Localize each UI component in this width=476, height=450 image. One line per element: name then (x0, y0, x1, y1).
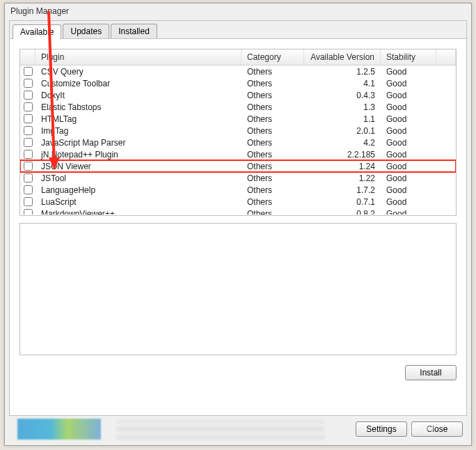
close-button[interactable]: Close (411, 421, 463, 437)
plugin-version: 4.1 (304, 79, 381, 88)
col-category[interactable]: Category (241, 49, 304, 65)
plugin-name: DoxyIt (35, 91, 241, 100)
plugin-stability: Good (381, 138, 436, 148)
plugin-list: Plugin Category Available Version Stabil… (19, 49, 457, 216)
list-body[interactable]: CSV QueryOthers1.2.5GoodCustomize Toolba… (20, 65, 456, 215)
settings-button[interactable]: Settings (356, 421, 407, 437)
plugin-stability: Good (381, 162, 436, 171)
col-stability[interactable]: Stability (381, 49, 436, 65)
col-spacer (436, 49, 456, 65)
plugin-category: Others (241, 209, 304, 215)
plugin-name: jN Notepad++ Plugin (35, 150, 241, 160)
plugin-checkbox[interactable] (24, 114, 33, 123)
plugin-version: 2.2.185 (304, 150, 381, 160)
table-row[interactable]: jN Notepad++ PluginOthers2.2.185Good (20, 148, 456, 160)
logo-blur (17, 419, 101, 440)
plugin-category: Others (241, 150, 304, 160)
table-row[interactable]: Elastic TabstopsOthers1.3Good (20, 101, 456, 113)
plugin-category: Others (241, 126, 304, 136)
table-row[interactable]: JSON ViewerOthers1.24Good (20, 160, 456, 172)
plugin-version: 4.2 (304, 138, 381, 148)
table-row[interactable]: Customize ToolbarOthers4.1Good (20, 77, 456, 89)
plugin-version: 2.0.1 (304, 126, 381, 136)
plugin-name: ImgTag (35, 126, 241, 136)
table-row[interactable]: JSToolOthers1.22Good (20, 172, 456, 184)
plugin-stability: Good (381, 197, 436, 207)
plugin-stability: Good (381, 209, 436, 215)
plugin-version: 1.2.5 (304, 67, 381, 77)
plugin-name: HTMLTag (35, 114, 241, 124)
plugin-name: LuaScript (35, 197, 241, 207)
plugin-version: 1.22 (304, 173, 381, 183)
plugin-checkbox[interactable] (24, 162, 33, 171)
plugin-stability: Good (381, 173, 436, 183)
plugin-name: MarkdownViewer++ (35, 209, 241, 215)
plugin-category: Others (241, 67, 304, 77)
client-area: Available Updates Installed Plugin Categ… (9, 20, 467, 416)
plugin-version: 1.24 (304, 162, 381, 171)
plugin-name: JavaScript Map Parser (35, 138, 241, 148)
tab-strip: Available Updates Installed (10, 21, 466, 39)
plugin-stability: Good (381, 185, 436, 195)
plugin-checkbox[interactable] (24, 126, 33, 135)
plugin-name: JSON Viewer (35, 162, 241, 171)
plugin-checkbox[interactable] (24, 173, 33, 183)
plugin-name: JSTool (35, 173, 241, 183)
plugin-version: 0.8.2 (304, 209, 381, 215)
plugin-checkbox[interactable] (24, 138, 33, 147)
description-panel (19, 223, 457, 355)
table-row[interactable]: MarkdownViewer++Others0.8.2Good (20, 208, 456, 215)
table-row[interactable]: ImgTagOthers2.0.1Good (20, 125, 456, 137)
plugin-checkbox[interactable] (24, 102, 33, 111)
table-row[interactable]: HTMLTagOthers1.1Good (20, 113, 456, 125)
plugin-stability: Good (381, 150, 436, 160)
plugin-checkbox[interactable] (24, 79, 33, 88)
table-row[interactable]: DoxyItOthers0.4.3Good (20, 89, 456, 101)
plugin-category: Others (241, 138, 304, 148)
plugin-checkbox[interactable] (24, 197, 33, 206)
plugin-category: Others (241, 91, 304, 100)
plugin-stability: Good (381, 114, 436, 124)
text-blur (116, 420, 325, 440)
install-button[interactable]: Install (405, 365, 457, 380)
plugin-category: Others (241, 114, 304, 124)
plugin-checkbox[interactable] (24, 209, 33, 215)
titlebar: Plugin Manager (5, 3, 471, 19)
plugin-checkbox[interactable] (24, 91, 33, 100)
plugin-category: Others (241, 79, 304, 88)
plugin-name: Elastic Tabstops (35, 102, 241, 112)
plugin-stability: Good (381, 79, 436, 88)
table-row[interactable]: LanguageHelpOthers1.7.2Good (20, 184, 456, 196)
plugin-stability: Good (381, 91, 436, 100)
col-version[interactable]: Available Version (304, 49, 381, 65)
plugin-name: CSV Query (35, 67, 241, 77)
plugin-category: Others (241, 162, 304, 171)
table-row[interactable]: JavaScript Map ParserOthers4.2Good (20, 137, 456, 148)
col-checkbox[interactable] (20, 49, 35, 65)
tab-installed[interactable]: Installed (111, 24, 157, 38)
plugin-checkbox[interactable] (24, 67, 33, 76)
plugin-category: Others (241, 173, 304, 183)
plugin-checkbox[interactable] (24, 150, 33, 159)
table-row[interactable]: LuaScriptOthers0.7.1Good (20, 196, 456, 208)
list-header: Plugin Category Available Version Stabil… (20, 49, 456, 65)
plugin-version: 1.3 (304, 102, 381, 112)
plugin-version: 0.4.3 (304, 91, 381, 100)
table-row[interactable]: CSV QueryOthers1.2.5Good (20, 65, 456, 77)
plugin-version: 1.7.2 (304, 185, 381, 195)
plugin-stability: Good (381, 102, 436, 112)
plugin-name: Customize Toolbar (35, 79, 241, 88)
plugin-version: 0.7.1 (304, 197, 381, 207)
tab-available[interactable]: Available (13, 24, 61, 39)
plugin-stability: Good (381, 126, 436, 136)
plugin-category: Others (241, 197, 304, 207)
plugin-version: 1.1 (304, 114, 381, 124)
window-title: Plugin Manager (10, 6, 69, 16)
plugin-category: Others (241, 185, 304, 195)
col-plugin[interactable]: Plugin (35, 49, 241, 65)
plugin-checkbox[interactable] (24, 185, 33, 194)
plugin-category: Others (241, 102, 304, 112)
plugin-manager-window: Plugin Manager Available Updates Install… (4, 3, 472, 446)
install-row: Install (19, 362, 457, 383)
tab-updates[interactable]: Updates (63, 24, 109, 38)
